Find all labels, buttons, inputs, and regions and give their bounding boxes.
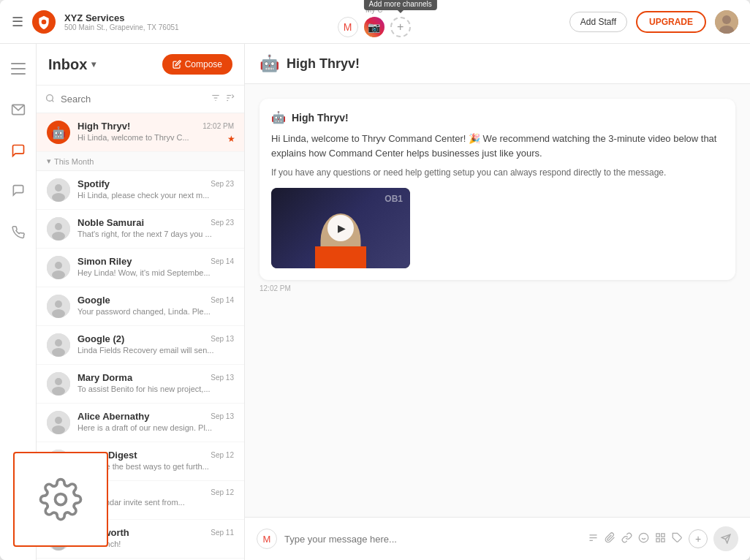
svg-rect-49 bbox=[656, 534, 659, 537]
search-bar bbox=[37, 86, 244, 113]
svg-point-29 bbox=[55, 339, 62, 347]
grid-icon[interactable] bbox=[655, 532, 666, 545]
bubble-robot-icon: 🤖 bbox=[271, 110, 286, 124]
list-item[interactable]: Noble SamuraiSep 23 That's right, for th… bbox=[37, 210, 244, 249]
search-input[interactable] bbox=[61, 94, 205, 105]
my-channels-label: My C bbox=[365, 6, 382, 14]
nav-inbox-icon[interactable] bbox=[5, 97, 31, 123]
add-button[interactable]: + bbox=[689, 529, 708, 548]
svg-point-35 bbox=[55, 417, 62, 424]
robot-avatar: 🤖 bbox=[47, 121, 70, 144]
svg-rect-4 bbox=[11, 63, 26, 64]
link-icon[interactable] bbox=[621, 532, 632, 545]
brand-address: 500 Main St., Grapevine, TX 76051 bbox=[64, 23, 179, 31]
send-button[interactable] bbox=[713, 526, 738, 551]
svg-point-0 bbox=[42, 19, 47, 24]
chevron-down-icon: ▾ bbox=[47, 156, 51, 166]
nav-comments-icon[interactable] bbox=[5, 178, 31, 205]
sort-icon[interactable] bbox=[225, 93, 235, 105]
message-sender: Simon Riley bbox=[77, 256, 132, 267]
svg-point-21 bbox=[52, 232, 65, 241]
contact-avatar bbox=[47, 333, 70, 357]
active-message-item[interactable]: 🤖 High Thryv! 12:02 PM Hi Linda, welcome… bbox=[37, 113, 244, 152]
upgrade-button[interactable]: UPGRADE bbox=[636, 11, 706, 33]
message-preview: Your password changed, Linda. Ple... bbox=[77, 307, 234, 316]
message-time: Sep 14 bbox=[211, 296, 234, 304]
svg-point-32 bbox=[55, 378, 62, 385]
bubble-sub-text: If you have any questions or need help g… bbox=[271, 167, 724, 178]
contact-avatar bbox=[47, 178, 70, 202]
chat-panel: 🤖 High Thryv! 🤖 High Thryv! Hi Linda, we… bbox=[245, 44, 750, 560]
svg-rect-51 bbox=[656, 539, 659, 542]
nav-messages-icon[interactable] bbox=[5, 137, 31, 164]
svg-point-26 bbox=[55, 300, 62, 308]
svg-point-18 bbox=[52, 193, 65, 202]
message-preview: Hey Linda! Wow, it's mid Septembe... bbox=[77, 268, 234, 277]
message-sender: Mary Dorma bbox=[77, 372, 132, 383]
message-content: Mary DormaSep 13 To assist Benito for hi… bbox=[77, 372, 234, 393]
nav-menu-icon[interactable] bbox=[5, 56, 31, 82]
main-content: Inbox ▾ Compose bbox=[0, 44, 750, 560]
settings-gear-icon bbox=[39, 477, 83, 521]
compose-label: Compose bbox=[185, 59, 222, 69]
message-content: Google (2)Sep 13 Linda Fields Recovery e… bbox=[77, 333, 234, 355]
video-play-button[interactable]: ▶ bbox=[327, 215, 354, 241]
svg-point-8 bbox=[47, 94, 53, 101]
video-thumbnail[interactable]: OB1 ▶ bbox=[271, 188, 410, 268]
add-channel-button[interactable]: + Add more channels bbox=[390, 17, 411, 37]
message-preview: Hi Linda, welcome to Thryv C... bbox=[77, 133, 234, 142]
list-item[interactable]: SpotifySep 23 Hi Linda, please check you… bbox=[37, 171, 244, 210]
top-bar: ☰ XYZ Services 500 Main St., Grapevine, … bbox=[0, 0, 750, 44]
list-item[interactable]: Alice AbernathySep 13 Here is a draft of… bbox=[37, 404, 244, 442]
inbox-title[interactable]: Inbox ▾ bbox=[48, 56, 96, 73]
brand-info: XYZ Services 500 Main St., Grapevine, TX… bbox=[64, 12, 179, 31]
bubble-body-text: Hi Linda, welcome to Thryv Command Cente… bbox=[271, 132, 724, 160]
message-preview: Hi Linda, please check your next m... bbox=[77, 191, 234, 200]
svg-rect-50 bbox=[662, 534, 664, 537]
message-content: SpotifySep 23 Hi Linda, please check you… bbox=[77, 178, 234, 200]
search-actions bbox=[211, 93, 235, 105]
message-content: Simon RileySep 14 Hey Linda! Wow, it's m… bbox=[77, 256, 234, 277]
svg-point-17 bbox=[55, 184, 62, 192]
message-preview: To assist Benito for his new project,... bbox=[77, 385, 234, 393]
gmail-channel-icon[interactable]: M bbox=[338, 17, 358, 37]
list-item[interactable]: Google (2)Sep 13 Linda Fields Recovery e… bbox=[37, 326, 244, 365]
settings-overlay[interactable] bbox=[13, 452, 108, 547]
message-time: 12:02 PM bbox=[202, 122, 234, 130]
avatar[interactable] bbox=[715, 10, 738, 34]
hamburger-icon[interactable]: ☰ bbox=[12, 14, 23, 30]
inbox-title-text: Inbox bbox=[48, 56, 87, 73]
text-format-icon[interactable] bbox=[588, 532, 599, 545]
contact-avatar bbox=[47, 217, 70, 241]
svg-rect-6 bbox=[11, 73, 26, 75]
add-staff-button[interactable]: Add Staff bbox=[569, 12, 627, 32]
message-time: Sep 23 bbox=[211, 219, 234, 227]
message-content: Noble SamuraiSep 23 That's right, for th… bbox=[77, 217, 234, 238]
svg-point-27 bbox=[52, 309, 65, 318]
message-top: High Thryv! 12:02 PM bbox=[77, 121, 234, 132]
message-time: Sep 12 bbox=[211, 451, 234, 459]
chat-robot-avatar: 🤖 bbox=[260, 54, 279, 73]
tag-icon[interactable] bbox=[672, 532, 683, 545]
list-item[interactable]: Simon RileySep 14 Hey Linda! Wow, it's m… bbox=[37, 249, 244, 287]
filter-icon[interactable] bbox=[211, 93, 221, 105]
svg-point-56 bbox=[56, 494, 67, 505]
search-icon bbox=[45, 94, 55, 105]
inbox-dropdown-icon[interactable]: ▾ bbox=[91, 59, 96, 69]
compose-button[interactable]: Compose bbox=[162, 54, 232, 75]
instagram-channel-icon[interactable]: 📷 bbox=[364, 17, 385, 37]
attachment-icon[interactable] bbox=[605, 532, 615, 545]
message-preview: Linda Fields Recovery email will sen... bbox=[77, 346, 234, 355]
list-item[interactable]: Mary DormaSep 13 To assist Benito for hi… bbox=[37, 365, 244, 404]
message-time: Sep 13 bbox=[211, 335, 234, 343]
list-item[interactable]: GoogleSep 14 Your password changed, Lind… bbox=[37, 287, 244, 326]
message-time: Sep 11 bbox=[211, 529, 234, 537]
bubble-header: 🤖 High Thryv! bbox=[271, 110, 724, 124]
emoji-icon[interactable] bbox=[638, 532, 649, 545]
message-content: GoogleSep 14 Your password changed, Lind… bbox=[77, 295, 234, 316]
star-icon[interactable]: ★ bbox=[227, 134, 235, 144]
section-label: This Month bbox=[54, 157, 94, 166]
channels-section: My C M 📷 + Add more channels bbox=[338, 6, 411, 37]
nav-phone-icon[interactable] bbox=[5, 219, 31, 246]
message-input[interactable] bbox=[284, 534, 580, 545]
